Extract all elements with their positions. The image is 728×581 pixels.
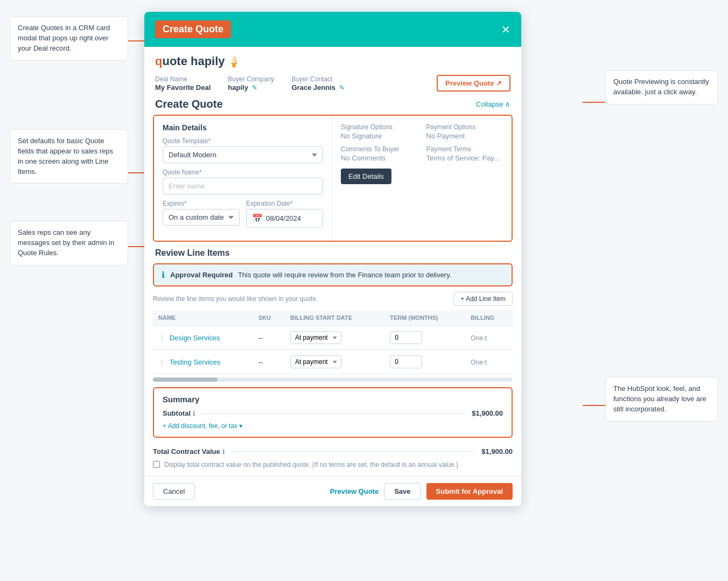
- modal-body: quote hapily 🍦 Deal Name My Favorite Dea…: [144, 47, 521, 476]
- buyer-contact-item: Buyer Contact Grace Jennis ✎: [291, 75, 345, 92]
- display-total-checkbox[interactable]: [153, 461, 160, 468]
- comments-value: No Comments: [341, 154, 418, 162]
- display-checkbox-row: Display total contract value on the publ…: [144, 458, 521, 476]
- row1-sku: --: [253, 326, 285, 350]
- row1-term: [384, 326, 465, 350]
- payment-terms-value: Terms of Service: Pay...: [426, 154, 503, 162]
- display-total-label: Display total contract value on the publ…: [164, 461, 458, 468]
- cancel-button[interactable]: Cancel: [153, 483, 195, 500]
- payment-options-value: No Payment: [426, 132, 503, 140]
- info-icon: ℹ: [162, 270, 165, 280]
- signature-options-item: Signature Options No Signature: [341, 123, 418, 140]
- payment-options-item: Payment Options No Payment: [426, 123, 503, 140]
- row2-billing-start: At payment: [285, 350, 384, 374]
- expires-select[interactable]: On a custom date: [163, 209, 240, 226]
- quote-template-select[interactable]: Default Modern: [163, 146, 323, 163]
- approval-banner: ℹ Approval Required This quote will requ…: [153, 263, 513, 286]
- collapse-button[interactable]: Collapse ∧: [476, 100, 510, 108]
- row2-term-input[interactable]: [390, 355, 422, 368]
- footer-preview-button[interactable]: Preview Quote: [330, 487, 379, 495]
- row1-term-input[interactable]: [390, 331, 422, 344]
- connector-4: [583, 102, 605, 103]
- signature-options-label: Signature Options: [341, 123, 418, 131]
- buyer-company-item: Buyer Company hapily ✎: [228, 75, 274, 92]
- submit-for-approval-button[interactable]: Submit for Approval: [426, 483, 513, 500]
- add-line-item-button[interactable]: + Add Line Item: [453, 292, 513, 306]
- subtotal-row: Subtotal ℹ $1,900.00: [163, 409, 503, 417]
- buyer-contact-value: Grace Jennis: [291, 83, 335, 92]
- approval-text: Approval Required This quote will requir…: [170, 271, 451, 279]
- buyer-company-label: Buyer Company: [228, 75, 274, 83]
- summary-section: Summary Subtotal ℹ $1,900.00 + Add disco…: [153, 387, 513, 438]
- expiration-date-input[interactable]: [266, 214, 314, 222]
- create-quote-modal: Create Quote ✕ quote hapily 🍦 Deal Name …: [144, 12, 521, 506]
- quote-name-group: Quote Name*: [163, 169, 323, 194]
- edit-details-button[interactable]: Edit Details: [341, 169, 391, 184]
- total-row: Total Contract Value ℹ $1,900.00: [144, 442, 521, 458]
- subtotal-value: $1,900.00: [472, 409, 503, 417]
- review-line-items-title: Review Line Items: [153, 248, 513, 258]
- row2-term: [384, 350, 465, 374]
- save-button[interactable]: Save: [384, 483, 421, 500]
- deal-name-value: My Favorite Deal: [155, 83, 211, 92]
- subtitle-row: Create Quote Collapse ∧: [144, 96, 521, 115]
- modal-title: Create Quote: [155, 20, 231, 38]
- quote-template-label: Quote Template*: [163, 137, 323, 145]
- create-quote-subtitle: Create Quote: [155, 98, 223, 110]
- subtotal-info-icon: ℹ: [193, 410, 195, 417]
- payment-options-label: Payment Options: [426, 123, 503, 131]
- add-discount-row: + Add discount, fee, or tax ▾: [163, 421, 503, 430]
- row1-name: ⋮ Design Services: [153, 326, 253, 350]
- col-term: TERM (MONTHS): [384, 310, 465, 326]
- quote-template-group: Quote Template* Default Modern: [163, 137, 323, 163]
- line-items-header: Review the line items you would like sho…: [153, 292, 513, 306]
- drag-handle-1[interactable]: ⋮: [158, 334, 165, 342]
- main-details-title: Main Details: [163, 123, 323, 132]
- buyer-company-value: hapily: [228, 83, 248, 92]
- scrollbar-thumb[interactable]: [153, 377, 218, 382]
- col-name: NAME: [153, 310, 253, 326]
- deal-info-bar: Deal Name My Favorite Deal Buyer Company…: [144, 73, 521, 96]
- buyer-company-edit-icon[interactable]: ✎: [252, 84, 257, 92]
- horizontal-scrollbar[interactable]: [153, 377, 513, 382]
- annotation-2: Set defaults for basic Quote fields that…: [10, 129, 128, 184]
- add-discount-link[interactable]: + Add discount, fee, or tax ▾: [163, 422, 242, 430]
- logo-area: quote hapily 🍦: [144, 47, 521, 73]
- footer-left: Cancel: [153, 483, 195, 500]
- summary-title: Summary: [163, 395, 503, 404]
- row1-item-name[interactable]: Design Services: [170, 334, 220, 342]
- table-body: ⋮ Design Services -- At payment: [153, 326, 513, 374]
- quote-name-input[interactable]: [163, 178, 323, 194]
- buyer-contact-label: Buyer Contact: [291, 75, 345, 83]
- deal-name-label: Deal Name: [155, 75, 211, 83]
- logo-icon: 🍦: [227, 55, 241, 68]
- preview-quote-header-button[interactable]: Preview Quote ↗: [437, 75, 510, 92]
- expiration-date-label: Expiration Date*: [246, 200, 323, 207]
- line-items-table-wrapper[interactable]: NAME SKU BILLING START DATE TERM (MONTHS…: [153, 310, 513, 374]
- annotation-4: Quote Previewing is constantly available…: [605, 70, 718, 104]
- modal-footer: Cancel Preview Quote Save Submit for App…: [144, 476, 521, 506]
- row2-item-name[interactable]: Testing Services: [170, 358, 221, 366]
- row1-billing-select[interactable]: At payment: [290, 331, 341, 344]
- payment-terms-item: Payment Terms Terms of Service: Pay...: [426, 145, 503, 162]
- logo-q: q: [155, 54, 162, 68]
- footer-right: Preview Quote Save Submit for Approval: [330, 483, 513, 500]
- line-items-subtext: Review the line items you would like sho…: [153, 295, 318, 303]
- drag-handle-2[interactable]: ⋮: [158, 358, 165, 366]
- close-button[interactable]: ✕: [501, 24, 510, 35]
- comments-label: Comments To Buyer: [341, 145, 418, 153]
- modal-header: Create Quote ✕: [144, 12, 521, 47]
- subtotal-label: Subtotal: [163, 409, 191, 417]
- total-info-icon: ℹ: [222, 448, 225, 456]
- connector-5: [583, 405, 605, 406]
- row1-billing-type: One-t: [465, 326, 513, 350]
- line-items-table: NAME SKU BILLING START DATE TERM (MONTHS…: [153, 310, 513, 374]
- buyer-contact-edit-icon[interactable]: ✎: [339, 84, 345, 92]
- row1-billing-start: At payment: [285, 326, 384, 350]
- annotation-1: Create Quotes in a CRM card modal that p…: [10, 16, 128, 61]
- col-billing: BILLING: [465, 310, 513, 326]
- total-label: Total Contract Value: [153, 447, 220, 456]
- annotation-3: Sales reps can see any messages set by t…: [10, 221, 128, 265]
- calendar-icon: 📅: [252, 213, 263, 223]
- row2-billing-select[interactable]: At payment: [290, 355, 341, 368]
